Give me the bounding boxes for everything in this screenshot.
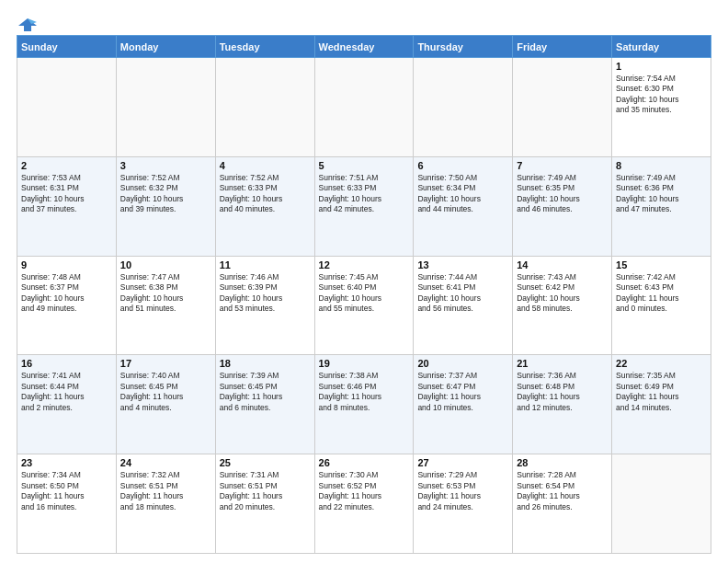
day-cell: 18Sunrise: 7:39 AM Sunset: 6:45 PM Dayli… <box>215 355 314 454</box>
day-number: 17 <box>120 358 211 369</box>
col-header-wednesday: Wednesday <box>314 36 414 58</box>
day-number: 22 <box>616 358 707 369</box>
day-info: Sunrise: 7:52 AM Sunset: 6:33 PM Dayligh… <box>220 173 311 215</box>
day-info: Sunrise: 7:40 AM Sunset: 6:45 PM Dayligh… <box>120 371 211 413</box>
day-info: Sunrise: 7:35 AM Sunset: 6:49 PM Dayligh… <box>616 371 707 413</box>
day-number: 1 <box>616 61 707 72</box>
week-row-2: 2Sunrise: 7:53 AM Sunset: 6:31 PM Daylig… <box>17 156 711 256</box>
day-number: 9 <box>21 259 112 270</box>
day-cell: 6Sunrise: 7:50 AM Sunset: 6:34 PM Daylig… <box>414 156 513 256</box>
day-number: 4 <box>220 160 311 171</box>
calendar-table: SundayMondayTuesdayWednesdayThursdayFrid… <box>17 35 711 554</box>
day-number: 18 <box>220 358 311 369</box>
day-info: Sunrise: 7:36 AM Sunset: 6:48 PM Dayligh… <box>517 371 608 413</box>
calendar-header-row: SundayMondayTuesdayWednesdayThursdayFrid… <box>17 36 711 58</box>
day-number: 24 <box>120 457 211 468</box>
day-cell: 2Sunrise: 7:53 AM Sunset: 6:31 PM Daylig… <box>17 156 117 256</box>
day-info: Sunrise: 7:47 AM Sunset: 6:38 PM Dayligh… <box>120 272 211 315</box>
day-cell <box>612 454 711 554</box>
day-cell: 14Sunrise: 7:43 AM Sunset: 6:42 PM Dayli… <box>513 256 612 355</box>
day-cell <box>513 58 612 157</box>
day-number: 28 <box>517 457 608 468</box>
day-number: 7 <box>517 160 608 171</box>
day-number: 26 <box>319 457 410 468</box>
day-number: 10 <box>120 259 211 270</box>
day-cell: 4Sunrise: 7:52 AM Sunset: 6:33 PM Daylig… <box>215 156 314 256</box>
logo-bird-icon <box>18 17 37 33</box>
day-info: Sunrise: 7:52 AM Sunset: 6:32 PM Dayligh… <box>120 173 211 215</box>
day-number: 23 <box>21 457 112 468</box>
day-number: 19 <box>319 358 410 369</box>
day-cell: 17Sunrise: 7:40 AM Sunset: 6:45 PM Dayli… <box>116 355 215 454</box>
day-info: Sunrise: 7:50 AM Sunset: 6:34 PM Dayligh… <box>417 173 508 215</box>
day-number: 25 <box>220 457 311 468</box>
day-cell: 3Sunrise: 7:52 AM Sunset: 6:32 PM Daylig… <box>116 156 215 256</box>
day-cell <box>314 58 414 157</box>
header <box>17 17 711 29</box>
svg-marker-0 <box>18 18 37 31</box>
day-number: 15 <box>616 259 707 270</box>
logo <box>17 17 37 29</box>
day-number: 8 <box>616 160 707 171</box>
day-number: 12 <box>319 259 410 270</box>
day-number: 5 <box>319 160 410 171</box>
day-number: 2 <box>21 160 112 171</box>
day-number: 20 <box>417 358 508 369</box>
week-row-3: 9Sunrise: 7:48 AM Sunset: 6:37 PM Daylig… <box>17 256 711 355</box>
day-number: 13 <box>417 259 508 270</box>
day-info: Sunrise: 7:53 AM Sunset: 6:31 PM Dayligh… <box>21 173 112 215</box>
day-info: Sunrise: 7:44 AM Sunset: 6:41 PM Dayligh… <box>417 272 508 315</box>
week-row-4: 16Sunrise: 7:41 AM Sunset: 6:44 PM Dayli… <box>17 355 711 454</box>
day-info: Sunrise: 7:31 AM Sunset: 6:51 PM Dayligh… <box>220 470 311 512</box>
day-cell: 10Sunrise: 7:47 AM Sunset: 6:38 PM Dayli… <box>116 256 215 355</box>
day-cell: 7Sunrise: 7:49 AM Sunset: 6:35 PM Daylig… <box>513 156 612 256</box>
day-cell: 26Sunrise: 7:30 AM Sunset: 6:52 PM Dayli… <box>314 454 414 554</box>
day-cell: 20Sunrise: 7:37 AM Sunset: 6:47 PM Dayli… <box>414 355 513 454</box>
day-cell: 19Sunrise: 7:38 AM Sunset: 6:46 PM Dayli… <box>314 355 414 454</box>
day-info: Sunrise: 7:42 AM Sunset: 6:43 PM Dayligh… <box>616 272 707 315</box>
day-number: 14 <box>517 259 608 270</box>
day-cell: 23Sunrise: 7:34 AM Sunset: 6:50 PM Dayli… <box>17 454 117 554</box>
day-info: Sunrise: 7:30 AM Sunset: 6:52 PM Dayligh… <box>319 470 410 512</box>
day-info: Sunrise: 7:37 AM Sunset: 6:47 PM Dayligh… <box>417 371 508 413</box>
day-info: Sunrise: 7:54 AM Sunset: 6:30 PM Dayligh… <box>616 74 707 116</box>
day-cell: 21Sunrise: 7:36 AM Sunset: 6:48 PM Dayli… <box>513 355 612 454</box>
day-cell: 25Sunrise: 7:31 AM Sunset: 6:51 PM Dayli… <box>215 454 314 554</box>
day-info: Sunrise: 7:28 AM Sunset: 6:54 PM Dayligh… <box>517 470 608 512</box>
day-number: 6 <box>417 160 508 171</box>
col-header-sunday: Sunday <box>17 36 117 58</box>
day-info: Sunrise: 7:49 AM Sunset: 6:35 PM Dayligh… <box>517 173 608 215</box>
col-header-tuesday: Tuesday <box>215 36 314 58</box>
day-info: Sunrise: 7:34 AM Sunset: 6:50 PM Dayligh… <box>21 470 112 512</box>
day-cell: 15Sunrise: 7:42 AM Sunset: 6:43 PM Dayli… <box>612 256 711 355</box>
day-number: 3 <box>120 160 211 171</box>
day-cell: 12Sunrise: 7:45 AM Sunset: 6:40 PM Dayli… <box>314 256 414 355</box>
day-cell: 1Sunrise: 7:54 AM Sunset: 6:30 PM Daylig… <box>612 58 711 157</box>
day-cell: 9Sunrise: 7:48 AM Sunset: 6:37 PM Daylig… <box>17 256 117 355</box>
day-cell: 8Sunrise: 7:49 AM Sunset: 6:36 PM Daylig… <box>612 156 711 256</box>
col-header-saturday: Saturday <box>612 36 711 58</box>
calendar-body: 1Sunrise: 7:54 AM Sunset: 6:30 PM Daylig… <box>17 58 711 554</box>
day-info: Sunrise: 7:45 AM Sunset: 6:40 PM Dayligh… <box>319 272 410 315</box>
day-info: Sunrise: 7:41 AM Sunset: 6:44 PM Dayligh… <box>21 371 112 413</box>
day-cell: 13Sunrise: 7:44 AM Sunset: 6:41 PM Dayli… <box>414 256 513 355</box>
day-info: Sunrise: 7:48 AM Sunset: 6:37 PM Dayligh… <box>21 272 112 315</box>
col-header-friday: Friday <box>513 36 612 58</box>
day-cell: 16Sunrise: 7:41 AM Sunset: 6:44 PM Dayli… <box>17 355 117 454</box>
day-info: Sunrise: 7:49 AM Sunset: 6:36 PM Dayligh… <box>616 173 707 215</box>
day-info: Sunrise: 7:51 AM Sunset: 6:33 PM Dayligh… <box>319 173 410 215</box>
day-cell: 5Sunrise: 7:51 AM Sunset: 6:33 PM Daylig… <box>314 156 414 256</box>
day-info: Sunrise: 7:39 AM Sunset: 6:45 PM Dayligh… <box>220 371 311 413</box>
day-cell <box>17 58 117 157</box>
day-info: Sunrise: 7:43 AM Sunset: 6:42 PM Dayligh… <box>517 272 608 315</box>
day-info: Sunrise: 7:32 AM Sunset: 6:51 PM Dayligh… <box>120 470 211 512</box>
week-row-5: 23Sunrise: 7:34 AM Sunset: 6:50 PM Dayli… <box>17 454 711 554</box>
day-cell <box>116 58 215 157</box>
day-cell: 22Sunrise: 7:35 AM Sunset: 6:49 PM Dayli… <box>612 355 711 454</box>
day-cell <box>414 58 513 157</box>
day-cell <box>215 58 314 157</box>
day-number: 21 <box>517 358 608 369</box>
day-cell: 28Sunrise: 7:28 AM Sunset: 6:54 PM Dayli… <box>513 454 612 554</box>
week-row-1: 1Sunrise: 7:54 AM Sunset: 6:30 PM Daylig… <box>17 58 711 157</box>
col-header-thursday: Thursday <box>414 36 513 58</box>
